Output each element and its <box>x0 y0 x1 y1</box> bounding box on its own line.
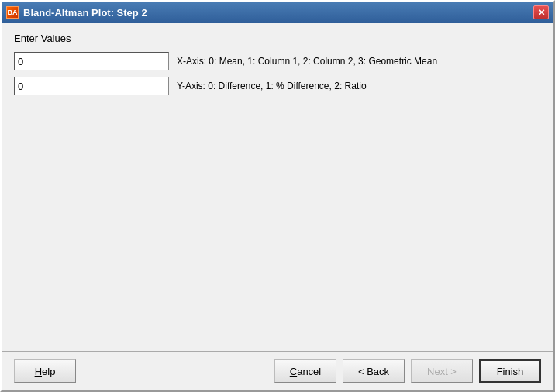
help-button[interactable]: Help <box>14 359 76 383</box>
window-icon: BA <box>6 6 19 19</box>
content-area: Enter Values X-Axis: 0: Mean, 1: Column … <box>2 23 553 351</box>
x-axis-input[interactable] <box>14 52 169 70</box>
window-title: Bland-Altman Plot: Step 2 <box>23 7 147 19</box>
finish-label: Finish <box>497 366 524 377</box>
back-label: < Back <box>358 366 389 377</box>
y-axis-row: Y-Axis: 0: Difference, 1: % Difference, … <box>14 77 541 95</box>
left-buttons: Help <box>14 359 76 383</box>
x-axis-row: X-Axis: 0: Mean, 1: Column 1, 2: Column … <box>14 52 541 70</box>
button-bar: Help Cancel < Back Next > Finish <box>2 351 553 390</box>
dialog-window: BA Bland-Altman Plot: Step 2 ✕ Enter Val… <box>0 0 555 392</box>
next-label: Next > <box>427 366 457 377</box>
y-axis-input[interactable] <box>14 77 169 95</box>
next-button: Next > <box>411 359 473 383</box>
right-buttons: Cancel < Back Next > Finish <box>274 359 541 383</box>
close-button[interactable]: ✕ <box>533 5 549 19</box>
title-bar: BA Bland-Altman Plot: Step 2 ✕ <box>2 2 553 23</box>
y-axis-description: Y-Axis: 0: Difference, 1: % Difference, … <box>177 81 367 91</box>
x-axis-description: X-Axis: 0: Mean, 1: Column 1, 2: Column … <box>177 56 437 67</box>
cancel-button[interactable]: Cancel <box>274 359 336 383</box>
title-bar-left: BA Bland-Altman Plot: Step 2 <box>6 6 147 19</box>
back-button[interactable]: < Back <box>343 359 405 383</box>
section-label: Enter Values <box>14 33 541 44</box>
finish-button[interactable]: Finish <box>479 359 541 383</box>
